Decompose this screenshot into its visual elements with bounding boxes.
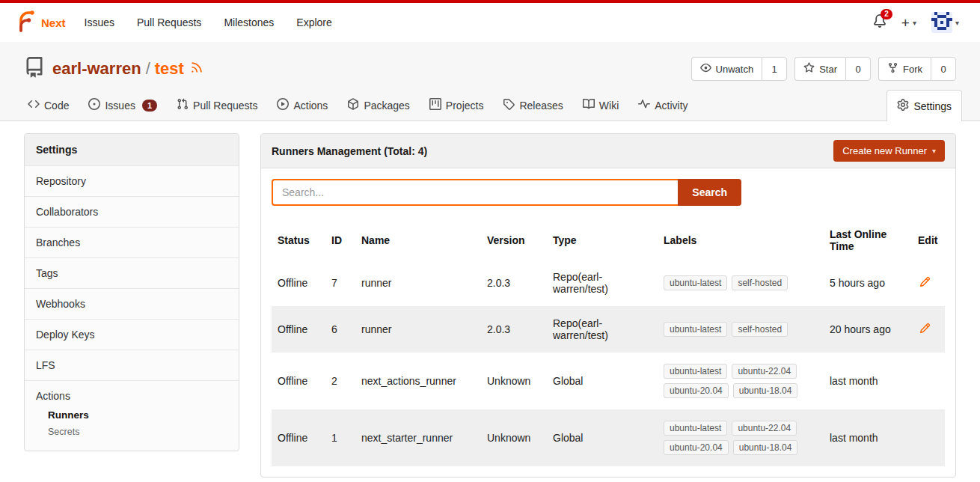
table-header-row: Status ID Name Version Type Labels Last … (272, 221, 945, 260)
sidebar-subitem-runners[interactable]: Runners (48, 406, 239, 424)
repo-owner-link[interactable]: earl-warren (52, 59, 141, 79)
runner-status: Offline (272, 306, 325, 353)
search-button[interactable]: Search (678, 179, 741, 206)
tab-releases[interactable]: Releases (493, 90, 572, 120)
code-icon (28, 98, 40, 112)
create-runner-label: Create new Runner (842, 145, 927, 156)
tab-packages[interactable]: Packages (337, 90, 419, 120)
tab-label: Pull Requests (193, 100, 257, 112)
tab-label: Activity (655, 100, 687, 112)
nav-item-explore[interactable]: Explore (285, 3, 343, 42)
runner-label-badge: self-hosted (732, 275, 788, 290)
runner-label-badge: ubuntu-latest (664, 322, 727, 337)
sidebar-item-actions[interactable]: Actions (25, 381, 239, 406)
sidebar-item-collaborators[interactable]: Collaborators (25, 196, 239, 227)
runner-id: 2 (325, 353, 355, 409)
unwatch-button[interactable]: Unwatch (691, 57, 762, 81)
runner-labels: ubuntu-latest ubuntu-22.04 ubuntu-20.04 … (664, 421, 818, 455)
column-type: Type (547, 221, 658, 260)
stars-count[interactable]: 0 (845, 57, 871, 81)
repo-icon (24, 57, 45, 81)
runner-search-form: Search (272, 179, 741, 206)
plus-icon: + (901, 16, 910, 30)
sidebar-item-repository[interactable]: Repository (25, 165, 239, 196)
sidebar-item-lfs[interactable]: LFS (25, 350, 239, 380)
create-runner-button[interactable]: Create new Runner ▾ (833, 140, 945, 162)
gear-icon (897, 99, 909, 113)
top-navbar: Next Issues Pull Requests Milestones Exp… (0, 0, 980, 42)
sidebar-header: Settings (25, 134, 239, 165)
runner-labels: ubuntu-latest self-hosted (664, 322, 818, 337)
book-icon (583, 98, 595, 112)
notification-count-badge: 2 (881, 9, 892, 19)
runner-labels: ubuntu-latest ubuntu-22.04 ubuntu-20.04 … (664, 364, 818, 398)
repo-name-link[interactable]: test (155, 59, 184, 79)
runner-id: 7 (325, 260, 355, 306)
tab-pull-requests[interactable]: Pull Requests (167, 90, 267, 120)
repo-header: earl-warren / test Unwatch 1 (0, 42, 980, 121)
fork-button[interactable]: Fork (878, 57, 931, 81)
sidebar-subitem-secrets[interactable]: Secrets (48, 424, 239, 440)
sidebar-actions-block: Actions Runners Secrets (25, 380, 239, 451)
tab-issues[interactable]: Issues 1 (79, 90, 167, 120)
column-name: Name (355, 221, 481, 260)
runner-status: Offline (272, 409, 325, 466)
nav-item-milestones[interactable]: Milestones (212, 3, 285, 42)
runner-label-badge: ubuntu-22.04 (732, 421, 797, 436)
caret-down-icon: ▾ (913, 19, 916, 27)
project-board-icon (429, 98, 441, 112)
runner-label-badge: ubuntu-18.04 (733, 383, 798, 398)
home-link[interactable]: Next (10, 10, 73, 35)
runner-version: Unknown (481, 353, 547, 409)
notifications-button[interactable]: 2 (873, 14, 886, 31)
repo-action-buttons: Unwatch 1 Star 0 (691, 57, 956, 81)
runner-last-online: 20 hours ago (824, 306, 912, 353)
sidebar-item-tags[interactable]: Tags (25, 257, 239, 288)
star-button[interactable]: Star (794, 57, 845, 81)
tab-code[interactable]: Code (18, 90, 79, 120)
watchers-count[interactable]: 1 (762, 57, 787, 81)
caret-down-icon: ▾ (955, 19, 959, 27)
runner-status: Offline (272, 260, 325, 306)
search-input[interactable] (272, 179, 678, 206)
edit-runner-button[interactable] (918, 321, 932, 338)
runner-version: 2.0.3 (481, 306, 547, 353)
create-new-menu-button[interactable]: + ▾ (901, 16, 916, 30)
sidebar-item-webhooks[interactable]: Webhooks (25, 288, 239, 319)
tab-actions[interactable]: Actions (267, 90, 337, 120)
nav-item-issues[interactable]: Issues (73, 3, 126, 42)
forks-count[interactable]: 0 (931, 57, 956, 81)
tab-projects[interactable]: Projects (420, 90, 494, 120)
fork-label: Fork (903, 64, 922, 75)
tab-wiki[interactable]: Wiki (573, 90, 628, 120)
unwatch-label: Unwatch (716, 64, 754, 75)
runner-label-badge: self-hosted (732, 322, 788, 337)
rss-feed-icon[interactable] (190, 61, 203, 77)
user-menu-button[interactable]: ▾ (931, 12, 959, 33)
star-button-group: Star 0 (794, 57, 871, 81)
sidebar-item-deploy-keys[interactable]: Deploy Keys (25, 319, 239, 350)
tab-activity[interactable]: Activity (628, 90, 697, 120)
runner-name: runner (355, 260, 481, 306)
brand-label: Next (41, 16, 66, 29)
runner-label-badge: ubuntu-20.04 (664, 383, 729, 398)
runner-last-online: last month (824, 353, 912, 409)
nav-item-pull-requests[interactable]: Pull Requests (126, 3, 212, 42)
runner-name: runner (355, 306, 481, 353)
runner-last-online: last month (824, 409, 912, 466)
runner-status: Offline (272, 353, 325, 409)
runner-name: next_starter_runner (355, 409, 481, 466)
column-last-online: Last Online Time (824, 221, 912, 260)
sidebar-item-branches[interactable]: Branches (25, 227, 239, 257)
runner-type: Global (547, 353, 658, 409)
issues-count-badge: 1 (142, 100, 157, 112)
runner-label-badge: ubuntu-latest (664, 364, 727, 379)
tag-icon (503, 98, 515, 112)
edit-runner-button[interactable] (918, 275, 932, 291)
table-row: Offline 2 next_actions_runner Unknown Gl… (272, 353, 945, 409)
package-icon (347, 98, 359, 112)
runner-type: Repo(earl-warren/test) (547, 306, 658, 353)
tab-settings[interactable]: Settings (886, 90, 962, 121)
fork-button-group: Fork 0 (878, 57, 956, 81)
issue-opened-icon (88, 98, 100, 112)
